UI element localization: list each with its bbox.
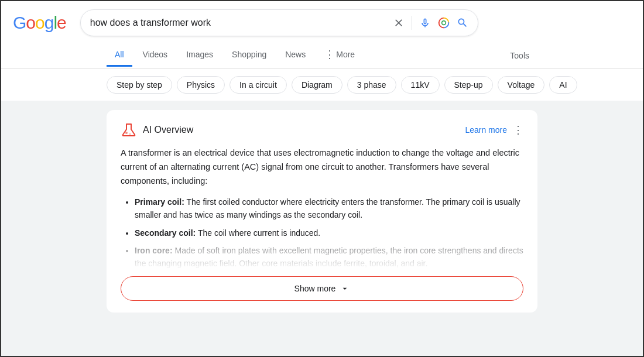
tab-more[interactable]: ⋮ More — [316, 42, 363, 68]
ai-components-list: Primary coil: The first coiled conductor… — [121, 195, 523, 270]
chip-physics[interactable]: Physics — [177, 76, 225, 94]
flask-icon — [121, 122, 137, 138]
ai-overview-body: A transformer is an electrical device th… — [121, 146, 523, 270]
list-item-label: Secondary coil: — [135, 228, 196, 238]
svg-point-0 — [441, 21, 446, 25]
chip-ai[interactable]: AI — [549, 76, 577, 94]
chip-step-up[interactable]: Step-up — [444, 76, 493, 94]
clear-icon — [393, 17, 405, 29]
svg-point-3 — [129, 133, 131, 135]
list-item: Secondary coil: The coil where current i… — [135, 226, 523, 239]
chevron-down-icon — [340, 284, 350, 293]
tab-images[interactable]: Images — [178, 44, 221, 67]
chip-diagram[interactable]: Diagram — [292, 76, 342, 94]
tab-all[interactable]: All — [107, 44, 132, 67]
lens-button[interactable] — [438, 17, 450, 29]
mic-icon — [419, 17, 431, 29]
header: Google how does a transformer work — [1, 1, 643, 42]
tab-shopping[interactable]: Shopping — [224, 44, 275, 67]
ai-header-right: Learn more ⋮ — [465, 123, 523, 136]
search-icons — [393, 16, 468, 30]
clear-button[interactable] — [393, 17, 405, 29]
list-item-text: The first coiled conductor where electri… — [135, 197, 520, 219]
svg-rect-1 — [126, 123, 132, 125]
chip-3phase[interactable]: 3 phase — [347, 76, 396, 94]
list-item-label: Iron core: — [135, 246, 173, 255]
ai-intro-text: A transformer is an electrical device th… — [121, 146, 523, 188]
list-item-text: The coil where current is induced. — [198, 228, 320, 238]
show-more-button[interactable]: Show more — [121, 276, 523, 301]
list-item-text: Made of soft iron plates with excellent … — [135, 246, 523, 268]
chip-11kv[interactable]: 11kV — [401, 76, 440, 94]
chip-in-a-circuit[interactable]: In a circuit — [229, 76, 287, 94]
chips-row: Step by step Physics In a circuit Diagra… — [1, 69, 643, 101]
ai-header-left: AI Overview — [121, 122, 193, 138]
chip-step-by-step[interactable]: Step by step — [107, 76, 172, 94]
ai-overview-card: AI Overview Learn more ⋮ A transformer i… — [107, 110, 537, 313]
search-icon — [457, 17, 468, 29]
search-button[interactable] — [457, 17, 468, 29]
ai-more-options-icon[interactable]: ⋮ — [513, 123, 523, 136]
ai-list-wrapper: Primary coil: The first coiled conductor… — [121, 195, 523, 270]
tab-news[interactable]: News — [277, 44, 314, 67]
list-item-label: Primary coil: — [135, 197, 184, 207]
search-input[interactable]: how does a transformer work — [90, 18, 393, 28]
tools-button[interactable]: Tools — [502, 45, 537, 66]
nav-tabs: All Videos Images Shopping News ⋮ More T… — [1, 42, 643, 69]
list-item: Primary coil: The first coiled conductor… — [135, 195, 523, 222]
more-dots-icon: ⋮ — [324, 48, 335, 61]
search-divider — [412, 16, 412, 30]
svg-point-2 — [125, 132, 128, 134]
google-logo[interactable]: Google — [13, 13, 66, 33]
learn-more-link[interactable]: Learn more — [465, 125, 507, 135]
chip-voltage[interactable]: Voltage — [498, 76, 545, 94]
main-content: AI Overview Learn more ⋮ A transformer i… — [1, 101, 643, 357]
mic-button[interactable] — [419, 17, 431, 29]
search-bar: how does a transformer work — [80, 9, 478, 36]
lens-icon — [438, 17, 450, 29]
list-item: Iron core: Made of soft iron plates with… — [135, 244, 523, 270]
ai-card-header: AI Overview Learn more ⋮ — [121, 122, 523, 138]
ai-overview-title: AI Overview — [143, 125, 193, 135]
tab-videos[interactable]: Videos — [135, 44, 176, 67]
